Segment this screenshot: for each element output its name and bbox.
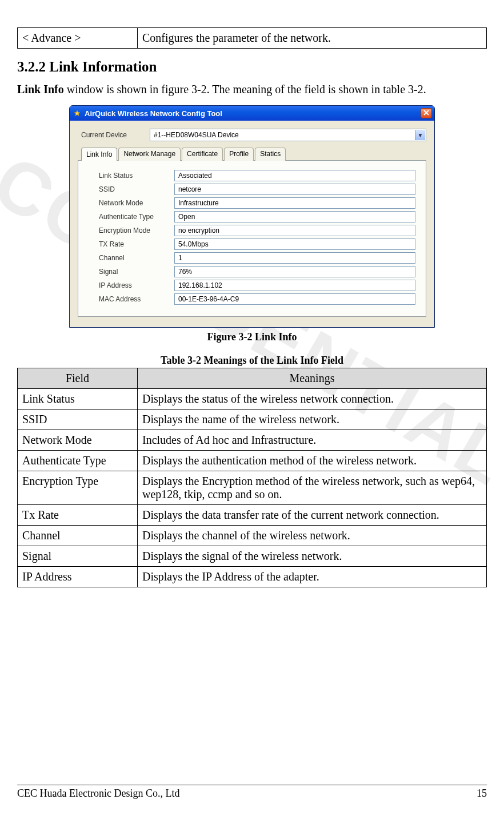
cell-meaning: Displays the signal of the wireless netw…: [138, 546, 487, 567]
table-row: Encryption TypeDisplays the Encryption m…: [18, 471, 487, 505]
param-table: < Advance > Configures the parameter of …: [17, 27, 487, 49]
cell-meaning: Displays the authentication method of th…: [138, 451, 487, 471]
label-ssid: SSID: [89, 185, 174, 193]
chevron-down-icon: ▼: [415, 130, 425, 140]
intro-paragraph: Link Info window is shown in figure 3-2.…: [17, 83, 487, 96]
field-network-mode[interactable]: Infrastructure: [174, 197, 415, 209]
table-row: Tx RateDisplays the data transfer rate o…: [18, 505, 487, 526]
label-mac-address: MAC Address: [89, 295, 174, 303]
tab-link-info[interactable]: Link Info: [81, 148, 117, 161]
table-row: SignalDisplays the signal of the wireles…: [18, 546, 487, 567]
window-title: AirQuick Wireless Network Config Tool: [85, 109, 421, 118]
figure-caption: Figure 3-2 Link Info: [17, 331, 487, 343]
field-mac-address[interactable]: 00-1E-E3-96-4A-C9: [174, 293, 415, 305]
label-authenticate-type: Authenticate Type: [89, 213, 174, 221]
cell-meaning: Includes of Ad hoc and Infrastructure.: [138, 430, 487, 451]
footer-company: CEC Huada Electronic Design Co., Ltd: [17, 788, 179, 800]
window-titlebar: AirQuick Wireless Network Config Tool: [70, 106, 434, 121]
footer-page-number: 15: [477, 788, 487, 800]
table-header-row: Field Meanings: [18, 368, 487, 389]
label-link-status: Link Status: [89, 172, 174, 180]
cell-field: Encryption Type: [18, 471, 138, 505]
close-icon: [423, 109, 429, 117]
table-row: ChannelDisplays the channel of the wirel…: [18, 526, 487, 546]
field-tx-rate[interactable]: 54.0Mbps: [174, 238, 415, 250]
label-channel: Channel: [89, 254, 174, 262]
label-network-mode: Network Mode: [89, 199, 174, 207]
label-tx-rate: TX Rate: [89, 240, 174, 248]
current-device-dropdown[interactable]: #1--HED08W04SUA Device ▼: [150, 129, 426, 141]
intro-rest: window is shown in figure 3-2. The meani…: [64, 83, 426, 96]
tab-network-manage[interactable]: Network Manage: [118, 148, 181, 161]
hdr-meanings: Meanings: [138, 368, 487, 389]
table-row: Network ModeIncludes of Ad hoc and Infra…: [18, 430, 487, 451]
table-row: IP AddressDisplays the IP Address of the…: [18, 567, 487, 587]
field-channel[interactable]: 1: [174, 252, 415, 264]
cell-meaning: Displays the channel of the wireless net…: [138, 526, 487, 546]
tab-strip: Link Info Network Manage Certificate Pro…: [78, 147, 426, 160]
svg-marker-0: [74, 110, 80, 116]
cell-field: SSID: [18, 410, 138, 430]
tab-certificate[interactable]: Certificate: [182, 148, 223, 161]
cell-meaning: Displays the IP Address of the adapter.: [138, 567, 487, 587]
table-caption: Table 3-2 Meanings of the Link Info Fiel…: [17, 355, 487, 367]
tab-profile[interactable]: Profile: [224, 148, 254, 161]
config-tool-window: AirQuick Wireless Network Config Tool Cu…: [69, 105, 435, 328]
cell-meaning: Displays the status of the wireless netw…: [138, 389, 487, 410]
meanings-table: Field Meanings Link StatusDisplays the s…: [17, 368, 487, 587]
cell-meaning: Displays the Encryption method of the wi…: [138, 471, 487, 505]
field-authenticate-type[interactable]: Open: [174, 211, 415, 222]
table-row: SSIDDisplays the name of the wireless ne…: [18, 410, 487, 430]
table-row: Authenticate TypeDisplays the authentica…: [18, 451, 487, 471]
label-encryption-mode: Encryption Mode: [89, 226, 174, 234]
field-ssid[interactable]: netcore: [174, 184, 415, 195]
current-device-label: Current Device: [81, 131, 144, 139]
field-encryption-mode[interactable]: no encryption: [174, 225, 415, 236]
cell-field: Tx Rate: [18, 505, 138, 526]
param-value: Configures the parameter of the network.: [138, 28, 487, 49]
cell-meaning: Displays the name of the wireless networ…: [138, 410, 487, 430]
cell-field: Channel: [18, 526, 138, 546]
cell-field: Signal: [18, 546, 138, 567]
close-button[interactable]: [421, 108, 432, 118]
field-signal[interactable]: 76%: [174, 266, 415, 277]
star-icon: [73, 109, 81, 117]
page-footer: CEC Huada Electronic Design Co., Ltd 15: [17, 785, 487, 800]
cell-field: Authenticate Type: [18, 451, 138, 471]
cell-field: IP Address: [18, 567, 138, 587]
tab-pane-link-info: Link StatusAssociated SSIDnetcore Networ…: [78, 160, 426, 317]
tab-statics[interactable]: Statics: [255, 148, 286, 161]
hdr-field: Field: [18, 368, 138, 389]
field-link-status[interactable]: Associated: [174, 170, 415, 181]
table-row: < Advance > Configures the parameter of …: [18, 28, 487, 49]
field-ip-address[interactable]: 192.168.1.102: [174, 280, 415, 291]
table-row: Link StatusDisplays the status of the wi…: [18, 389, 487, 410]
cell-meaning: Displays the data transfer rate of the c…: [138, 505, 487, 526]
section-heading: 3.2.2 Link Information: [17, 59, 487, 75]
current-device-value: #1--HED08W04SUA Device: [154, 131, 239, 139]
label-ip-address: IP Address: [89, 281, 174, 289]
param-key: < Advance >: [18, 28, 138, 49]
cell-field: Link Status: [18, 389, 138, 410]
label-signal: Signal: [89, 268, 174, 276]
cell-field: Network Mode: [18, 430, 138, 451]
intro-bold: Link Info: [17, 83, 64, 96]
